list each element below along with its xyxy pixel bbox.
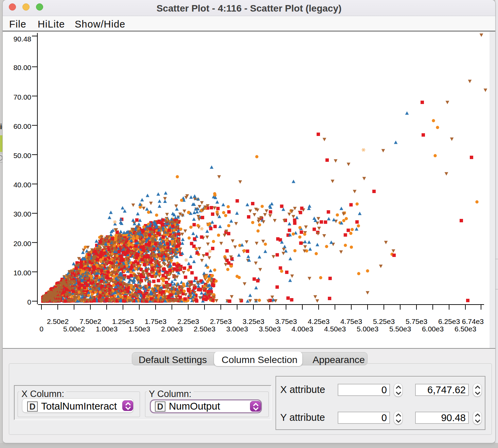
svg-text:0: 0 [27, 298, 31, 306]
svg-text:4.50e3: 4.50e3 [324, 325, 346, 333]
svg-text:70.00: 70.00 [13, 93, 31, 101]
svg-text:0: 0 [39, 325, 43, 333]
svg-text:6.50e3: 6.50e3 [455, 325, 476, 333]
svg-text:6.25e3: 6.25e3 [438, 317, 460, 325]
svg-text:2.75e3: 2.75e3 [210, 317, 232, 325]
svg-text:4.75e3: 4.75e3 [340, 317, 362, 325]
svg-text:2.50e2: 2.50e2 [47, 317, 69, 325]
svg-text:1.50e3: 1.50e3 [128, 325, 150, 333]
svg-text:1.25e3: 1.25e3 [112, 317, 134, 325]
svg-text:5.25e3: 5.25e3 [373, 317, 395, 325]
svg-text:5.00e3: 5.00e3 [357, 325, 378, 333]
svg-text:3.25e3: 3.25e3 [243, 317, 264, 325]
svg-text:50.00: 50.00 [13, 152, 31, 159]
svg-text:6.00e3: 6.00e3 [422, 325, 444, 333]
svg-text:2.25e3: 2.25e3 [177, 317, 199, 325]
svg-text:2.00e3: 2.00e3 [161, 325, 183, 333]
svg-text:3.75e3: 3.75e3 [275, 317, 297, 325]
svg-text:6.74e3: 6.74e3 [462, 317, 484, 325]
svg-text:4.25e3: 4.25e3 [308, 317, 330, 325]
svg-text:5.00e2: 5.00e2 [63, 325, 85, 333]
svg-text:80.00: 80.00 [13, 64, 31, 71]
svg-text:30.00: 30.00 [13, 210, 31, 218]
svg-text:40.00: 40.00 [13, 181, 31, 189]
svg-text:90.48: 90.48 [13, 35, 31, 43]
svg-text:2.50e3: 2.50e3 [194, 325, 215, 333]
svg-text:1.00e3: 1.00e3 [96, 325, 118, 333]
svg-text:7.50e2: 7.50e2 [79, 317, 101, 325]
svg-text:10.00: 10.00 [13, 269, 31, 277]
svg-text:60.00: 60.00 [13, 122, 31, 130]
svg-text:3.50e3: 3.50e3 [259, 325, 281, 333]
svg-text:3.00e3: 3.00e3 [226, 325, 248, 333]
svg-text:5.50e3: 5.50e3 [389, 325, 411, 333]
svg-text:1.75e3: 1.75e3 [145, 317, 166, 325]
svg-text:4.00e3: 4.00e3 [291, 325, 313, 333]
svg-text:5.75e3: 5.75e3 [406, 317, 427, 325]
svg-text:20.00: 20.00 [13, 240, 31, 247]
